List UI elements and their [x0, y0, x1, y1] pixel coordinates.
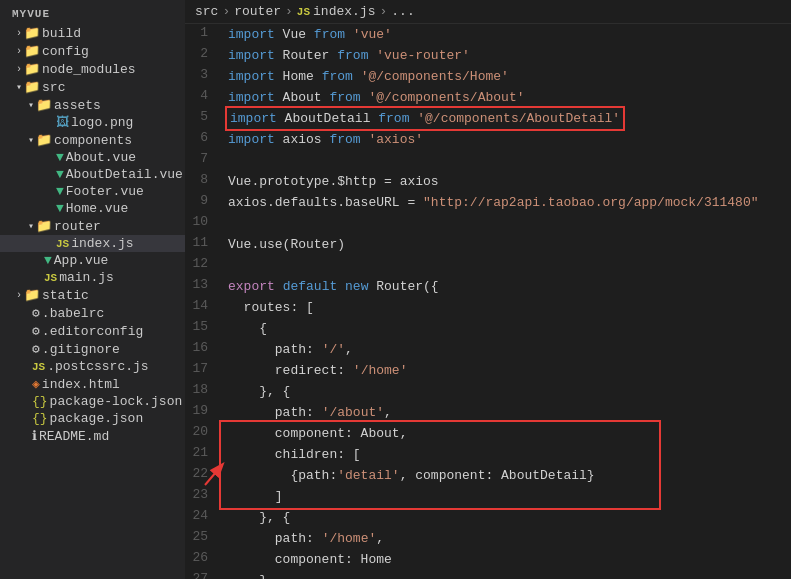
- line-code: [220, 150, 791, 171]
- file-icon: ▼: [56, 167, 64, 182]
- line-number: 12: [185, 255, 220, 276]
- sidebar-item-main-js[interactable]: JS main.js: [0, 269, 185, 286]
- chevron-icon: [16, 46, 22, 57]
- line-number: 5: [185, 108, 220, 129]
- line-code: import About from '@/components/About': [220, 87, 791, 108]
- line-code: [220, 255, 791, 276]
- breadcrumb-sep: ›: [222, 4, 230, 19]
- line-code: path: '/',: [220, 339, 791, 360]
- sidebar-item-about-vue[interactable]: ▼ About.vue: [0, 149, 185, 166]
- sidebar-item-node-modules[interactable]: 📁 node_modules: [0, 60, 185, 78]
- line-number: 19: [185, 402, 220, 423]
- sidebar-item-editorconfig[interactable]: ⚙ .editorconfig: [0, 322, 185, 340]
- table-row: 22 {path:'detail', component: AboutDetai…: [185, 465, 791, 486]
- sidebar-item-label: logo.png: [71, 115, 133, 130]
- sidebar-item-index-html[interactable]: ◈ index.html: [0, 375, 185, 393]
- line-code: }: [220, 570, 791, 579]
- sidebar-item-label: main.js: [59, 270, 114, 285]
- line-number: 8: [185, 171, 220, 192]
- file-icon: ◈: [32, 376, 40, 392]
- table-row: 24 }, {: [185, 507, 791, 528]
- sidebar-item-label: index.html: [42, 377, 120, 392]
- code-table: 1 import Vue from 'vue' 2 import Router …: [185, 24, 791, 579]
- breadcrumb-sep: ›: [285, 4, 293, 19]
- breadcrumb-dots: ...: [391, 4, 414, 19]
- sidebar-item-label: AboutDetail.vue: [66, 167, 183, 182]
- sidebar-item-gitignore[interactable]: ⚙ .gitignore: [0, 340, 185, 358]
- folder-icon: 📁: [36, 218, 52, 234]
- file-icon: ⚙: [32, 305, 40, 321]
- sidebar-item-home-vue[interactable]: ▼ Home.vue: [0, 200, 185, 217]
- sidebar-item-label: .babelrc: [42, 306, 104, 321]
- line-number: 20: [185, 423, 220, 444]
- folder-icon: 📁: [24, 43, 40, 59]
- line-number: 23: [185, 486, 220, 507]
- file-icon: ℹ: [32, 428, 37, 444]
- sidebar-item-label: components: [54, 133, 132, 148]
- folder-icon: 📁: [36, 97, 52, 113]
- sidebar-item-label: .postcssrc.js: [47, 359, 148, 374]
- sidebar-item-assets[interactable]: 📁 assets: [0, 96, 185, 114]
- sidebar-item-config[interactable]: 📁 config: [0, 42, 185, 60]
- line-code: path: '/about',: [220, 402, 791, 423]
- sidebar-item-static[interactable]: 📁 static: [0, 286, 185, 304]
- file-icon: ▼: [56, 150, 64, 165]
- line-number: 26: [185, 549, 220, 570]
- sidebar-item-footer-vue[interactable]: ▼ Footer.vue: [0, 183, 185, 200]
- sidebar-item-package-lock[interactable]: {} package-lock.json: [0, 393, 185, 410]
- table-row: 9 axios.defaults.baseURL = "http://rap2a…: [185, 192, 791, 213]
- chevron-icon: [16, 290, 22, 301]
- sidebar-item-package-json[interactable]: {} package.json: [0, 410, 185, 427]
- table-row: 14 routes: [: [185, 297, 791, 318]
- sidebar-item-label: README.md: [39, 429, 109, 444]
- chevron-icon: [16, 81, 22, 93]
- chevron-icon: [16, 28, 22, 39]
- table-row: 8 Vue.prototype.$http = axios: [185, 171, 791, 192]
- sidebar-item-components[interactable]: 📁 components: [0, 131, 185, 149]
- line-code: path: '/home',: [220, 528, 791, 549]
- line-code: export default new Router({: [220, 276, 791, 297]
- line-code: import Home from '@/components/Home': [220, 66, 791, 87]
- table-row: 7: [185, 150, 791, 171]
- sidebar-item-label: index.js: [71, 236, 133, 251]
- line-code: {path:'detail', component: AboutDetail}: [220, 465, 791, 486]
- line-code: import axios from 'axios': [220, 129, 791, 150]
- line-code: import AboutDetail from '@/components/Ab…: [220, 108, 791, 129]
- line-number: 24: [185, 507, 220, 528]
- sidebar: MYVUE 📁 build 📁 config 📁 node_modules 📁 …: [0, 0, 185, 579]
- file-icon: ▼: [44, 253, 52, 268]
- editor-main: src › router › JS index.js › ... 1 impor…: [185, 0, 791, 579]
- sidebar-item-label: App.vue: [54, 253, 109, 268]
- sidebar-item-readme[interactable]: ℹ README.md: [0, 427, 185, 445]
- breadcrumb-filename: index.js: [313, 4, 375, 19]
- sidebar-item-aboutdetail-vue[interactable]: ▼ AboutDetail.vue: [0, 166, 185, 183]
- sidebar-item-build[interactable]: 📁 build: [0, 24, 185, 42]
- sidebar-item-label: .gitignore: [42, 342, 120, 357]
- sidebar-item-router[interactable]: 📁 router: [0, 217, 185, 235]
- line-number: 6: [185, 129, 220, 150]
- line-number: 7: [185, 150, 220, 171]
- sidebar-header: MYVUE: [0, 0, 185, 24]
- sidebar-item-app-vue[interactable]: ▼ App.vue: [0, 252, 185, 269]
- file-icon: JS: [32, 361, 45, 373]
- file-icon: ⚙: [32, 341, 40, 357]
- file-icon: 🖼: [56, 115, 69, 130]
- line-number: 1: [185, 24, 220, 45]
- code-editor[interactable]: 1 import Vue from 'vue' 2 import Router …: [185, 24, 791, 579]
- chevron-icon: [28, 220, 34, 232]
- line-number: 11: [185, 234, 220, 255]
- line-number: 15: [185, 318, 220, 339]
- line-number: 18: [185, 381, 220, 402]
- table-row: 20 component: About,: [185, 423, 791, 444]
- sidebar-item-logo-png[interactable]: 🖼 logo.png: [0, 114, 185, 131]
- file-icon: ▼: [56, 184, 64, 199]
- line-number: 3: [185, 66, 220, 87]
- breadcrumb: src › router › JS index.js › ...: [185, 0, 791, 24]
- sidebar-item-src[interactable]: 📁 src: [0, 78, 185, 96]
- file-icon: {}: [32, 411, 48, 426]
- sidebar-item-babelrc[interactable]: ⚙ .babelrc: [0, 304, 185, 322]
- line-number: 14: [185, 297, 220, 318]
- sidebar-item-index-js[interactable]: JS index.js: [0, 235, 185, 252]
- table-row: 26 component: Home: [185, 549, 791, 570]
- sidebar-item-postcssrc[interactable]: JS .postcssrc.js: [0, 358, 185, 375]
